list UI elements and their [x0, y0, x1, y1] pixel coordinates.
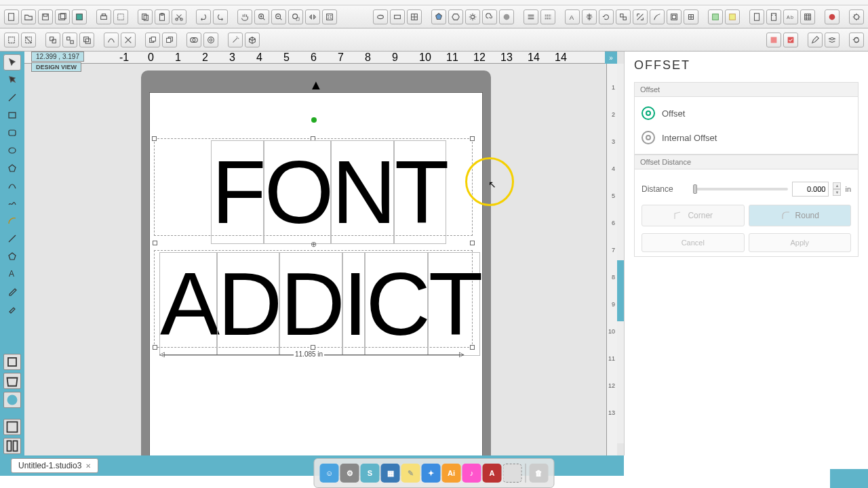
zoom-in-button[interactable] [254, 9, 269, 24]
break-path-button[interactable] [121, 33, 136, 47]
dock-app-icon[interactable] [503, 464, 522, 483]
zoom-select-button[interactable] [288, 9, 303, 24]
round-rect-tool[interactable] [3, 125, 21, 141]
cloud-button[interactable] [3, 392, 21, 408]
canvas-text-line2[interactable]: ADDICT [159, 252, 480, 356]
pan-button[interactable] [237, 9, 252, 24]
select-tool[interactable] [3, 54, 21, 70]
line-style-button[interactable] [524, 9, 538, 24]
dock-trash-icon[interactable]: 🗑 [530, 464, 549, 483]
offset-button[interactable] [667, 9, 682, 24]
ungroup-button[interactable] [62, 33, 77, 47]
pixscan-button[interactable] [766, 33, 781, 47]
library-button[interactable] [3, 354, 21, 370]
zoom-out-button[interactable] [271, 9, 286, 24]
freehand-tool[interactable] [3, 195, 21, 211]
ab-button[interactable]: A b [783, 9, 798, 24]
dock-safari-icon[interactable]: ✦ [422, 464, 441, 483]
dock-sys-icon[interactable]: ⚙ [340, 464, 359, 483]
distance-slider[interactable] [693, 188, 788, 190]
rect-shape-button[interactable] [390, 9, 405, 24]
apply-button[interactable]: Apply [749, 233, 852, 252]
circle-fill-button[interactable] [499, 9, 514, 24]
deselect-button[interactable] [21, 33, 36, 47]
spiral-button[interactable] [482, 9, 497, 24]
shape-tool[interactable] [3, 248, 21, 264]
pen-button[interactable] [808, 33, 823, 47]
paste-button[interactable] [155, 9, 170, 24]
scale-button[interactable] [633, 9, 648, 24]
grid-shape-button[interactable] [407, 9, 422, 24]
knife-tool[interactable] [3, 230, 21, 247]
dock-itunes-icon[interactable]: ♪ [462, 464, 481, 483]
dock-preview-icon[interactable]: ▦ [381, 464, 400, 483]
canvas-text-line1[interactable]: FONT [211, 140, 446, 244]
text-tool[interactable]: A [3, 266, 21, 282]
dock-notes-icon[interactable]: ✎ [401, 464, 420, 483]
rect-tool[interactable] [3, 107, 21, 123]
3d-button[interactable] [245, 33, 260, 47]
line-style2-button[interactable] [540, 9, 555, 24]
distance-input[interactable] [792, 182, 829, 197]
green-square-button[interactable] [708, 9, 723, 24]
view2-button[interactable] [3, 438, 21, 454]
modi-button[interactable] [684, 9, 698, 24]
edit-points-tool[interactable] [3, 72, 21, 88]
eyedrop-tool[interactable] [3, 301, 21, 317]
path-button[interactable] [104, 33, 119, 47]
dock-pdf-icon[interactable]: A [483, 464, 502, 483]
print-button[interactable] [96, 9, 111, 24]
line-tool[interactable] [3, 89, 21, 106]
dock-silhouette-icon[interactable]: S [361, 464, 380, 483]
hexagon-button[interactable] [448, 9, 463, 24]
polygon-tool[interactable] [3, 160, 21, 176]
eraser-tool[interactable] [3, 283, 21, 300]
distance-spin-up[interactable]: ▲ [833, 182, 841, 189]
refresh-button[interactable] [849, 33, 864, 47]
corner-button[interactable]: Corner [642, 205, 745, 226]
page[interactable]: FONT ⊕ ADDICT ◁ ▷ 11.085 in [149, 92, 483, 458]
select-all-button[interactable] [4, 33, 19, 47]
front-button[interactable] [145, 33, 160, 47]
tab-close-icon[interactable]: ✕ [85, 462, 91, 470]
cut-button[interactable] [172, 9, 186, 24]
fit-page-button[interactable] [305, 9, 320, 24]
save-button[interactable] [38, 9, 53, 24]
rotation-handle[interactable] [311, 117, 317, 123]
arc-tool[interactable] [3, 213, 21, 229]
internal-offset-option[interactable]: Internal Offset [642, 125, 851, 150]
rotate-button[interactable] [599, 9, 614, 24]
undo-button[interactable] [196, 9, 211, 24]
open-file-button[interactable] [21, 9, 36, 24]
send-button[interactable] [72, 9, 87, 24]
cut-settings-button[interactable] [825, 9, 840, 24]
distance-spin-down[interactable]: ▼ [833, 189, 841, 196]
grid-button[interactable] [800, 9, 815, 24]
resize-handle[interactable] [311, 345, 315, 350]
dock-illustrator-icon[interactable]: Ai [442, 464, 461, 483]
resize-handle[interactable] [153, 241, 157, 245]
pentagon-button[interactable] [431, 9, 446, 24]
reg-marks-button[interactable] [766, 9, 781, 24]
trace-button[interactable] [650, 9, 665, 24]
compound-button[interactable] [79, 33, 94, 47]
resize-handle[interactable] [470, 241, 475, 245]
view1-button[interactable] [3, 419, 21, 435]
group-button[interactable] [45, 33, 60, 47]
yellow-square-button[interactable] [725, 9, 740, 24]
wand-button[interactable] [228, 33, 243, 47]
document-tab[interactable]: Untitled-1.studio3 ✕ [11, 458, 98, 473]
save-as-button[interactable] [55, 9, 70, 24]
prefs-button[interactable] [849, 9, 864, 24]
ellipse-tool[interactable] [3, 142, 21, 159]
align-button[interactable] [582, 9, 597, 24]
replicate-button[interactable] [616, 9, 631, 24]
copy-button[interactable] [138, 9, 153, 24]
resize-handle[interactable] [152, 136, 157, 141]
layers-button[interactable] [825, 33, 840, 47]
resize-handle[interactable] [470, 345, 475, 350]
resize-handle[interactable] [470, 136, 475, 141]
print-border-button[interactable] [113, 9, 128, 24]
fit-window-button[interactable] [322, 9, 337, 24]
cancel-button[interactable]: Cancel [642, 233, 745, 252]
